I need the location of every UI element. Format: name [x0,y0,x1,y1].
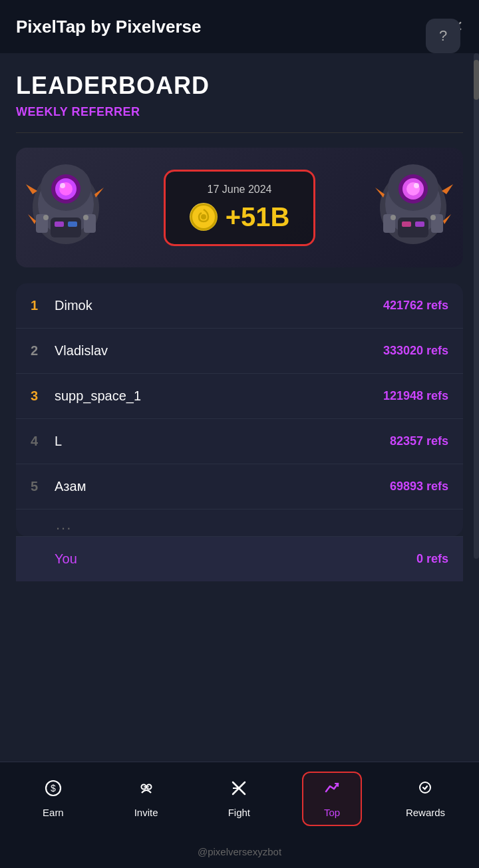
app-title: PixelTap by Pixelverse [16,17,201,37]
reward-amount: +51B [226,202,290,232]
svg-point-6 [60,183,65,188]
coin-icon [190,203,218,231]
scrollbar-thumb[interactable] [474,60,479,100]
robot-right [370,154,456,261]
svg-rect-35 [402,221,411,227]
svg-point-33 [430,215,436,220]
more-indicator: ... [16,509,463,536]
banner-date: 17 June 2024 [190,184,290,196]
nav-item-fight[interactable]: Fight [209,773,269,825]
svg-point-12 [43,215,49,220]
player-score: 333020 refs [383,344,448,358]
reward-banner: 17 June 2024 +51B [16,148,463,267]
robot-left [23,154,109,261]
app-header: PixelTap by Pixelverse ⋮ ✕ [0,0,479,53]
player-score: 421762 refs [383,299,448,313]
you-score: 0 refs [416,552,448,566]
player-score: 69893 refs [390,480,448,494]
table-row: 2 Vladislav 333020 refs [16,329,463,374]
svg-point-44 [420,782,430,793]
rewards-icon [416,780,434,801]
player-score: 82357 refs [390,434,448,448]
page-subtitle: WEEKLY REFERRER [16,105,463,119]
table-row: 4 L 82357 refs [16,419,463,464]
table-row: 1 Dimok 421762 refs [16,283,463,329]
rank-number: 4 [31,434,55,449]
svg-point-13 [83,215,88,220]
rank-number: 3 [31,388,55,404]
svg-rect-34 [398,217,428,237]
table-row: 3 supp_space_1 121948 refs [16,374,463,419]
svg-point-19 [201,214,206,219]
player-score: 121948 refs [383,389,448,403]
main-content: ? LEADERBOARD WEEKLY REFERRER [0,53,479,728]
nav-label-invite: Invite [134,807,158,818]
table-row: 5 Азам 69893 refs [16,464,463,509]
player-name: Vladislav [55,343,383,359]
nav-label-earn: Earn [43,807,64,818]
nav-item-rewards[interactable]: Rewards [395,773,456,825]
svg-rect-14 [51,217,81,237]
svg-text:$: $ [51,783,56,794]
svg-point-32 [391,215,396,220]
fight-icon [230,780,247,801]
nav-label-rewards: Rewards [406,807,445,818]
footer-text: @pixelversexyzbot [198,846,281,857]
bottom-nav: $ Earn Invite Fight Top Rewards [0,762,479,835]
rank-number: 1 [31,298,55,313]
you-label: You [55,551,416,567]
divider [16,132,463,133]
banner-reward-card: 17 June 2024 +51B [164,170,316,246]
nav-label-top: Top [324,807,340,818]
nav-item-earn[interactable]: $ Earn [23,773,83,825]
player-name: L [55,434,390,449]
svg-rect-36 [415,221,424,227]
banner-reward: +51B [190,202,290,232]
page-title: LEADERBOARD [16,72,463,100]
top-icon [323,780,341,801]
rank-number: 5 [31,479,55,494]
nav-label-fight: Fight [228,807,250,818]
svg-rect-16 [68,221,77,227]
player-name: Dimok [55,298,383,313]
rank-number: 2 [31,343,55,359]
app-footer: @pixelversexyzbot [0,835,479,868]
scrollbar[interactable] [474,53,479,559]
earn-icon: $ [45,780,62,801]
nav-item-invite[interactable]: Invite [116,773,176,825]
player-name: supp_space_1 [55,388,383,404]
svg-point-26 [414,183,419,188]
invite-icon [138,780,155,801]
nav-item-top[interactable]: Top [302,772,362,826]
player-name: Азам [55,479,390,494]
leaderboard-list: 1 Dimok 421762 refs 2 Vladislav 333020 r… [16,283,463,536]
you-row: You 0 refs [16,536,463,581]
svg-rect-15 [55,221,64,227]
